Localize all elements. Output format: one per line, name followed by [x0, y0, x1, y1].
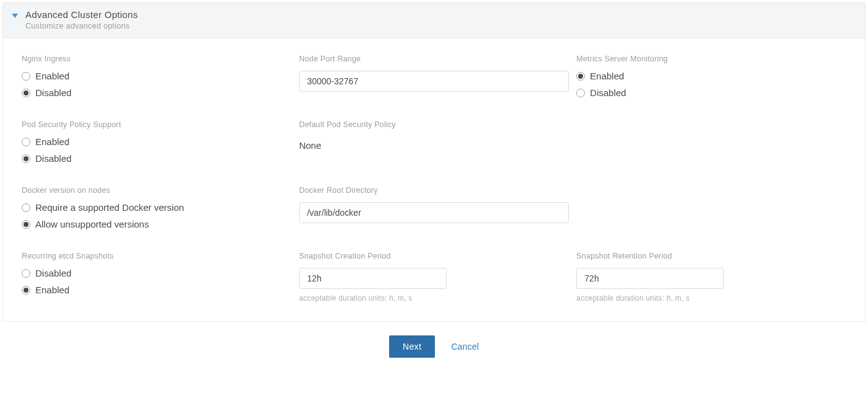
radio-icon: [22, 203, 30, 212]
default-psp-value: None: [299, 136, 569, 151]
etcd-snapshots-label: Recurring etcd Snapshots: [22, 252, 292, 260]
snapshot-creation-label: Snapshot Creation Period: [299, 252, 569, 260]
collapse-toggle-icon[interactable]: [12, 14, 18, 18]
nginx-ingress-label: Nginx Ingress: [22, 55, 292, 63]
radio-icon: [576, 72, 585, 81]
metrics-server-disabled-radio[interactable]: Disabled: [576, 87, 846, 98]
pod-security-radios: Enabled Disabled: [22, 136, 292, 164]
panel-header[interactable]: Advanced Cluster Options Customize advan…: [3, 3, 865, 38]
nginx-ingress-disabled-radio[interactable]: Disabled: [22, 87, 292, 98]
etcd-snapshots-radios: Disabled Enabled: [22, 268, 292, 295]
radio-icon: [22, 154, 30, 163]
node-port-range-input[interactable]: [299, 71, 569, 92]
pod-security-enabled-radio[interactable]: Enabled: [22, 136, 292, 147]
docker-root-label: Docker Root Directory: [299, 186, 569, 195]
docker-root-input[interactable]: [299, 202, 569, 223]
radio-label: Disabled: [35, 153, 71, 164]
metrics-server-label: Metrics Server Monitoring: [576, 55, 846, 63]
advanced-cluster-options-panel: Advanced Cluster Options Customize advan…: [2, 2, 866, 322]
radio-label: Disabled: [35, 268, 71, 278]
radio-icon: [22, 269, 30, 278]
radio-icon: [22, 72, 30, 81]
radio-icon: [22, 286, 30, 294]
snapshot-creation-input[interactable]: [299, 268, 447, 289]
node-port-range-label: Node Port Range: [299, 55, 569, 63]
panel-body: Nginx Ingress Enabled Disabled Node Port…: [3, 38, 865, 321]
nginx-ingress-radios: Enabled Disabled: [22, 71, 292, 98]
docker-version-label: Docker version on nodes: [22, 186, 292, 195]
etcd-snapshots-disabled-radio[interactable]: Disabled: [22, 268, 292, 278]
radio-icon: [22, 220, 30, 229]
snapshot-creation-help: acceptable duration units: h, m, s: [299, 294, 569, 303]
radio-label: Require a supported Docker version: [35, 202, 184, 213]
radio-label: Allow unsupported versions: [35, 219, 149, 229]
next-button[interactable]: Next: [389, 335, 435, 358]
panel-subtitle: Customize advanced options: [25, 22, 138, 30]
docker-version-require-radio[interactable]: Require a supported Docker version: [22, 202, 292, 213]
footer-actions: Next Cancel: [0, 324, 868, 364]
snapshot-retention-input[interactable]: [576, 268, 724, 289]
radio-icon: [22, 138, 30, 146]
radio-label: Enabled: [35, 285, 69, 295]
radio-label: Disabled: [590, 87, 626, 98]
pod-security-label: Pod Security Policy Support: [22, 120, 292, 129]
radio-label: Disabled: [35, 87, 71, 98]
docker-version-radios: Require a supported Docker version Allow…: [22, 202, 292, 229]
radio-icon: [576, 89, 585, 97]
snapshot-retention-help: acceptable duration units: h, m, s: [576, 294, 846, 303]
docker-version-allow-radio[interactable]: Allow unsupported versions: [22, 219, 292, 229]
snapshot-retention-label: Snapshot Retention Period: [576, 252, 846, 260]
etcd-snapshots-enabled-radio[interactable]: Enabled: [22, 285, 292, 295]
default-psp-label: Default Pod Security Policy: [299, 120, 569, 129]
radio-label: Enabled: [590, 71, 624, 81]
radio-icon: [22, 89, 30, 97]
metrics-server-enabled-radio[interactable]: Enabled: [576, 71, 846, 81]
cancel-button[interactable]: Cancel: [451, 342, 479, 352]
radio-label: Enabled: [35, 136, 69, 147]
metrics-server-radios: Enabled Disabled: [576, 71, 846, 98]
nginx-ingress-enabled-radio[interactable]: Enabled: [22, 71, 292, 81]
radio-label: Enabled: [35, 71, 69, 81]
panel-title: Advanced Cluster Options: [25, 9, 138, 20]
pod-security-disabled-radio[interactable]: Disabled: [22, 153, 292, 164]
